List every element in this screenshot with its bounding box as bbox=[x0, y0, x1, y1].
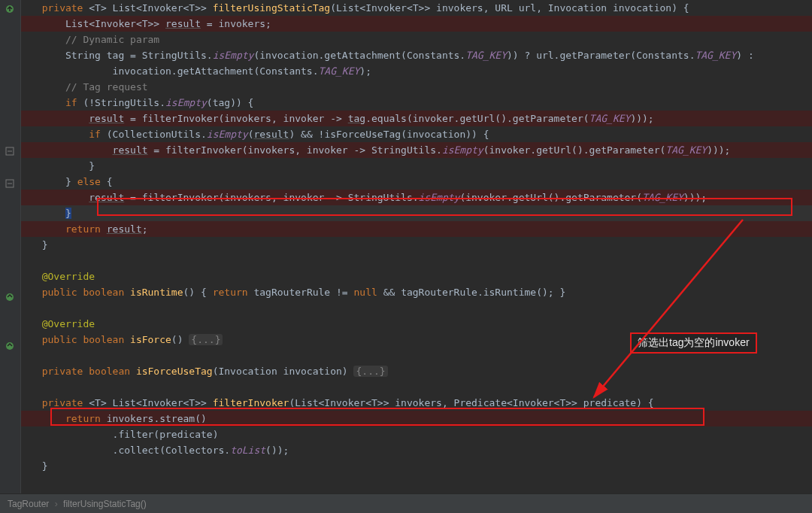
annotation-callout: 筛选出tag为空的invoker bbox=[630, 332, 757, 354]
code-fold[interactable]: {...} bbox=[353, 366, 387, 377]
code-line: return invokers.stream() bbox=[21, 411, 812, 426]
code-editor[interactable]: private <T> List<Invoker<T>> filterUsing… bbox=[21, 0, 812, 493]
breadcrumb-bar[interactable]: TagRouter › filterUsingStaticTag() bbox=[0, 493, 812, 513]
code-line: } bbox=[21, 458, 812, 474]
breadcrumb-separator: › bbox=[55, 499, 58, 509]
code-line: } bbox=[21, 158, 812, 174]
collapse-icon[interactable] bbox=[5, 146, 15, 156]
code-line: private <T> List<Invoker<T>> filterUsing… bbox=[21, 0, 812, 16]
breadcrumb-method[interactable]: filterUsingStaticTag() bbox=[63, 499, 147, 509]
code-line: if (CollectionUtils.isEmpty(result) && !… bbox=[21, 126, 812, 142]
code-line: result = filterInvoker(invokers, invoker… bbox=[21, 142, 812, 158]
code-line: invocation.getAttachment(Constants.TAG_K… bbox=[21, 63, 812, 79]
breadcrumb-file[interactable]: TagRouter bbox=[8, 499, 49, 509]
code-line: // Tag request bbox=[21, 79, 812, 95]
collapse-icon[interactable] bbox=[5, 178, 15, 189]
override-icon bbox=[5, 292, 15, 302]
code-line: private boolean isForceUseTag(Invocation… bbox=[21, 363, 812, 379]
code-line: return result; bbox=[21, 221, 812, 237]
code-line: result = filterInvoker(invokers, invoker… bbox=[21, 190, 812, 205]
code-line: .filter(predicate) bbox=[21, 426, 812, 442]
code-line: } else { bbox=[21, 174, 812, 190]
code-line: String tag = StringUtils.isEmpty(invocat… bbox=[21, 47, 812, 63]
code-line: if (!StringUtils.isEmpty(tag)) { bbox=[21, 95, 812, 111]
override-icon bbox=[5, 341, 15, 351]
editor-gutter bbox=[0, 0, 21, 493]
code-line: @Override bbox=[21, 316, 812, 332]
code-line: List<Invoker<T>> result = invokers; bbox=[21, 16, 812, 32]
code-line: } bbox=[21, 237, 812, 253]
code-line: private <T> List<Invoker<T>> filterInvok… bbox=[21, 395, 812, 411]
code-line: } bbox=[21, 205, 812, 221]
code-line: public boolean isRuntime() { return tagR… bbox=[21, 284, 812, 300]
code-line: @Override bbox=[21, 269, 812, 284]
code-line: .collect(Collectors.toList()); bbox=[21, 442, 812, 458]
code-line: // Dynamic param bbox=[21, 32, 812, 47]
override-icon bbox=[5, 4, 15, 14]
code-line: result = filterInvoker(invokers, invoker… bbox=[21, 111, 812, 126]
code-fold[interactable]: {...} bbox=[189, 334, 223, 345]
